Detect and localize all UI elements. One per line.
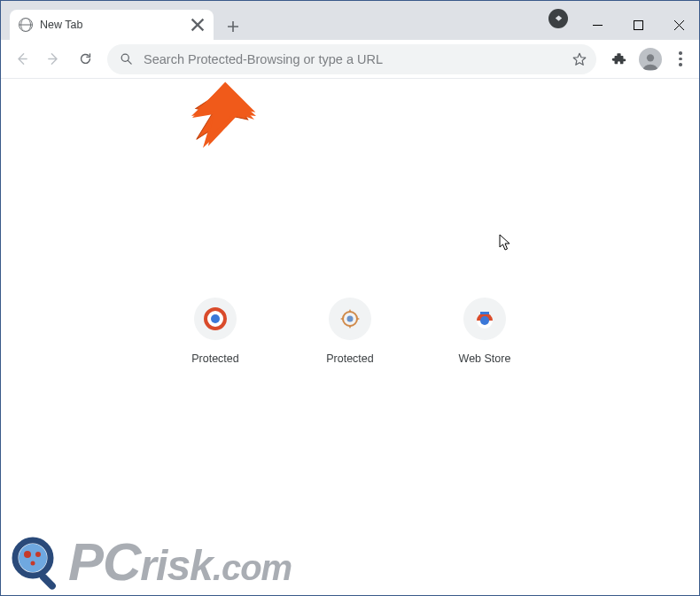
bookmark-icon[interactable] [572, 51, 587, 67]
browser-window: New Tab [1, 1, 699, 595]
shortcut-tile [463, 298, 506, 340]
shortcut-webstore[interactable]: Web Store [449, 298, 520, 365]
shield-icon [204, 307, 227, 330]
magnifier-icon [10, 535, 65, 590]
annotation-arrow-icon [187, 84, 267, 164]
tab-active[interactable]: New Tab [10, 10, 214, 40]
close-window-button[interactable] [658, 12, 699, 38]
svg-point-9 [347, 316, 354, 322]
shortcut-tile [329, 298, 371, 340]
forward-button[interactable] [38, 44, 68, 74]
arrow-icon [187, 79, 267, 159]
svg-rect-12 [480, 312, 489, 314]
omnibox-placeholder: Search Protected-Browsing or type a URL [144, 52, 561, 66]
watermark: PCrisk.com [10, 535, 292, 590]
svg-point-17 [31, 561, 35, 566]
address-bar[interactable]: Search Protected-Browsing or type a URL [107, 44, 596, 74]
window-controls [577, 8, 699, 40]
menu-button[interactable] [667, 44, 694, 74]
shortcuts-row: Protected Protected Web Store [180, 298, 520, 365]
globe-icon [19, 18, 33, 32]
close-tab-icon[interactable] [191, 18, 205, 32]
bag-icon [473, 307, 496, 330]
svg-marker-3 [187, 84, 263, 135]
new-tab-content: Protected Protected Web Store [1, 79, 699, 595]
shortcut-protected-1[interactable]: Protected [180, 298, 251, 365]
svg-point-11 [480, 316, 489, 325]
toolbar: Search Protected-Browsing or type a URL [1, 40, 699, 79]
maximize-button[interactable] [618, 12, 658, 38]
tab-strip: New Tab [1, 1, 545, 40]
back-button[interactable] [6, 44, 36, 74]
search-indicator-icon[interactable] [548, 9, 568, 28]
reload-button[interactable] [70, 44, 100, 74]
svg-point-7 [211, 314, 220, 323]
tab-title: New Tab [40, 19, 183, 31]
svg-rect-0 [634, 20, 642, 29]
profile-avatar[interactable] [639, 48, 662, 71]
search-icon [120, 52, 133, 66]
minimize-button[interactable] [577, 12, 618, 38]
gear-icon [338, 307, 362, 330]
new-tab-button[interactable] [221, 14, 245, 39]
watermark-text: PCrisk.com [68, 536, 292, 589]
svg-point-16 [35, 552, 41, 557]
shortcut-tile [194, 298, 237, 340]
svg-marker-4 [192, 86, 254, 146]
cursor-icon [499, 234, 511, 252]
shortcut-label: Protected [326, 352, 374, 365]
shortcut-label: Protected [191, 352, 239, 365]
svg-rect-18 [38, 572, 57, 590]
svg-point-14 [19, 544, 47, 572]
svg-point-15 [24, 551, 31, 558]
shortcut-protected-2[interactable]: Protected [315, 298, 385, 365]
svg-point-2 [647, 54, 654, 61]
titlebar: New Tab [1, 1, 699, 40]
shortcut-label: Web Store [459, 352, 511, 365]
extensions-icon[interactable] [603, 44, 634, 74]
svg-marker-5 [197, 82, 256, 138]
